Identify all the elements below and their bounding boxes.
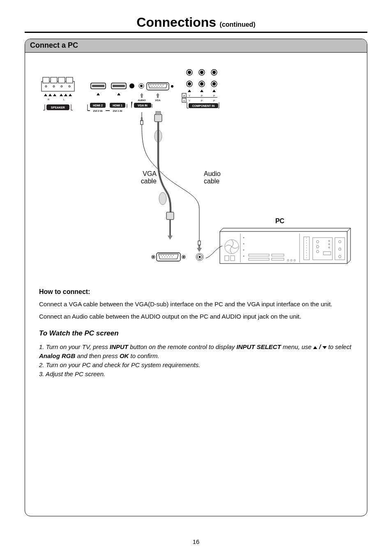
svg-rect-91 [154, 114, 162, 122]
svg-point-38 [153, 85, 154, 86]
svg-point-143 [164, 257, 165, 257]
svg-point-134 [152, 256, 154, 258]
vga-cable-label2: cable [141, 178, 157, 185]
svg-rect-1 [43, 77, 49, 83]
svg-text:R: R [48, 98, 50, 101]
svg-point-5 [45, 86, 47, 87]
page-title: Connections (continued) [25, 15, 367, 30]
svg-rect-22 [113, 85, 125, 87]
svg-text:SPEAKER: SPEAKER [51, 106, 65, 109]
svg-point-105 [243, 243, 244, 245]
how-to-connect-heading: How to connect: [39, 287, 353, 296]
svg-marker-13 [64, 94, 67, 96]
svg-text:DVI 1 IN: DVI 1 IN [113, 110, 122, 112]
svg-rect-4 [66, 77, 73, 83]
step1-inputselect-word: INPUT SELECT [237, 343, 281, 350]
svg-point-6 [53, 86, 55, 87]
step1-part-c: menu, use [281, 343, 313, 350]
step1-part-f: to confirm. [129, 352, 159, 359]
svg-text:HDMI 1: HDMI 1 [113, 104, 122, 107]
svg-marker-14 [69, 94, 72, 96]
svg-point-122 [329, 240, 330, 242]
svg-point-136 [161, 255, 161, 256]
svg-marker-69 [188, 90, 191, 92]
pc-port-closeup-icon [152, 253, 203, 261]
svg-rect-95 [166, 212, 174, 220]
svg-marker-25 [117, 93, 120, 95]
svg-rect-102 [231, 256, 235, 261]
svg-point-45 [157, 86, 157, 87]
svg-text:VGA IN: VGA IN [138, 104, 148, 107]
svg-point-129 [339, 255, 341, 258]
svg-rect-89 [198, 241, 201, 245]
svg-text:2: 2 [183, 95, 185, 97]
how-line-2: Connect an Audio cable between the AUDIO… [39, 312, 353, 321]
svg-rect-3 [58, 77, 65, 83]
svg-point-113 [291, 259, 292, 261]
audio-cable-label2: cable [204, 178, 219, 185]
svg-text:P: P [213, 95, 215, 97]
svg-point-112 [287, 259, 289, 261]
svg-point-132 [199, 256, 201, 258]
svg-point-64 [188, 83, 191, 86]
svg-point-66 [201, 83, 203, 86]
svg-point-37 [150, 85, 151, 86]
svg-point-137 [163, 255, 164, 256]
component-ports-icon: 2 1 Y P P Y P P COMPONENT IN [182, 69, 219, 108]
audio-cable-label: Audio [204, 170, 221, 177]
svg-point-47 [161, 86, 162, 87]
svg-text:VGA: VGA [155, 99, 161, 102]
svg-marker-70 [200, 90, 203, 92]
page-number: 16 [0, 538, 392, 545]
svg-marker-11 [53, 94, 56, 96]
svg-point-124 [329, 247, 330, 248]
svg-point-148 [183, 256, 184, 258]
svg-marker-51 [140, 93, 143, 95]
svg-marker-71 [212, 90, 216, 92]
svg-point-46 [159, 86, 160, 87]
svg-point-146 [172, 257, 173, 257]
svg-rect-92 [156, 111, 161, 115]
svg-point-34 [140, 85, 143, 87]
svg-point-40 [158, 85, 159, 86]
step1-part-d: to select [327, 343, 351, 350]
svg-point-142 [162, 257, 163, 257]
step1-part-b: button on the remote control to display [128, 343, 237, 350]
svg-rect-125 [323, 252, 331, 255]
svg-marker-24 [97, 93, 100, 95]
title-main: Connections [136, 15, 216, 30]
svg-point-8 [69, 86, 70, 87]
svg-marker-98 [168, 236, 173, 240]
step1-part-e: and then press [75, 352, 120, 359]
connection-diagram: R L SPEAKER [25, 53, 367, 283]
svg-point-60 [201, 71, 203, 74]
svg-text:Y: Y [189, 99, 190, 102]
svg-text:PC: PC [275, 217, 285, 224]
step-2: 2. Turn on your PC and check for PC syst… [39, 361, 353, 370]
svg-point-127 [339, 240, 341, 243]
pc-icon: PC [206, 217, 350, 264]
svg-point-23 [129, 83, 134, 88]
svg-point-39 [155, 85, 156, 86]
speaker-terminals-icon: R L SPEAKER [42, 77, 74, 110]
svg-text:COMPONENT IN: COMPONENT IN [192, 104, 214, 107]
svg-point-94 [159, 192, 166, 205]
svg-point-140 [171, 255, 171, 256]
svg-point-62 [213, 71, 216, 74]
svg-rect-118 [313, 238, 332, 260]
svg-rect-110 [249, 258, 269, 260]
svg-marker-9 [44, 94, 47, 96]
svg-point-139 [168, 255, 169, 256]
svg-text:L: L [63, 98, 65, 101]
svg-point-141 [173, 255, 174, 256]
main-panel: Connect a PC [25, 39, 367, 516]
svg-text:1: 1 [183, 99, 185, 102]
watch-heading: To Watch the PC screen [39, 328, 353, 339]
svg-rect-109 [272, 254, 284, 256]
svg-point-106 [243, 250, 244, 251]
svg-point-42 [163, 85, 164, 86]
svg-rect-20 [92, 85, 104, 87]
svg-point-58 [188, 71, 191, 74]
svg-point-123 [329, 244, 330, 245]
svg-rect-126 [335, 238, 345, 260]
